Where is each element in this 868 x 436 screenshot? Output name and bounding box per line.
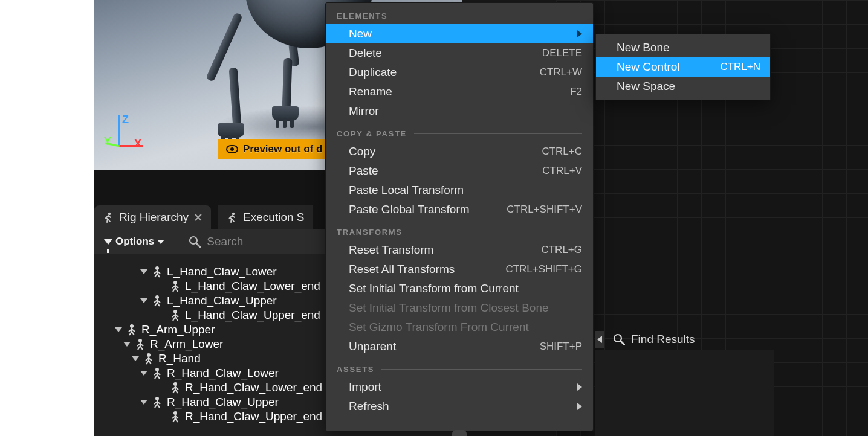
bone-icon xyxy=(126,324,138,336)
expand-toggle[interactable] xyxy=(123,342,131,347)
tree-item-label: R_Hand_Claw_Lower_end xyxy=(185,381,322,394)
search-input[interactable]: Search xyxy=(189,235,243,248)
tree-item-label: L_Hand_Claw_Upper_end xyxy=(185,309,320,322)
tree-item-label: L_Hand_Claw_Lower xyxy=(167,265,277,278)
expand-toggle[interactable] xyxy=(140,269,147,274)
close-icon[interactable] xyxy=(194,213,202,222)
bottom-panel xyxy=(595,350,774,436)
expand-toggle[interactable] xyxy=(140,371,147,376)
search-placeholder: Search xyxy=(207,235,243,248)
runner-icon xyxy=(227,212,238,223)
bone-icon xyxy=(169,411,181,423)
chevron-right-icon xyxy=(577,403,582,410)
svg-point-16 xyxy=(155,295,159,299)
menu-item-duplicate[interactable]: Duplicate CTRL+W xyxy=(326,63,593,82)
svg-line-63 xyxy=(157,404,160,408)
menu-item-new[interactable]: New xyxy=(326,24,593,43)
bone-icon xyxy=(151,367,163,379)
runner-icon xyxy=(103,212,114,223)
tree-item-label: R_Hand_Claw_Upper_end xyxy=(185,410,322,423)
svg-line-9 xyxy=(157,274,160,277)
menu-item-set-initial-from-bone: Set Initial Transform from Closest Bone xyxy=(326,298,593,318)
tree-item-label: L_Hand_Claw_Upper xyxy=(167,294,277,307)
options-button[interactable]: Options xyxy=(104,236,164,248)
menu-section-elements: ELEMENTS xyxy=(326,3,593,24)
svg-line-27 xyxy=(175,317,178,321)
menu-item-mirror[interactable]: Mirror xyxy=(326,101,593,121)
svg-point-10 xyxy=(173,281,177,284)
expand-toggle[interactable] xyxy=(140,298,147,303)
menu-item-paste-global[interactable]: Paste Global Transform CTRL+SHIFT+V xyxy=(326,200,593,219)
menu-item-reset-transform[interactable]: Reset Transform CTRL+G xyxy=(326,240,593,260)
svg-point-0 xyxy=(108,213,111,215)
submenu-item-new-control[interactable]: New Control CTRL+N xyxy=(596,57,770,77)
expand-toggle[interactable] xyxy=(115,327,122,332)
axis-gizmo[interactable]: Z X Y xyxy=(118,146,119,147)
bone-icon xyxy=(151,396,163,408)
filter-icon xyxy=(104,239,112,245)
menu-section-assets: ASSETS xyxy=(326,356,593,377)
menu-item-rename[interactable]: Rename F2 xyxy=(326,82,593,101)
menu-item-reset-all-transforms[interactable]: Reset All Transforms CTRL+SHIFT+G xyxy=(326,260,593,279)
search-icon xyxy=(613,333,625,345)
axis-x-label: X xyxy=(134,138,141,150)
bone-icon xyxy=(143,353,155,365)
tab-execution[interactable]: Execution S xyxy=(218,205,313,229)
tree-item-label: R_Hand_Claw_Upper xyxy=(167,396,279,409)
expand-toggle[interactable] xyxy=(132,356,139,361)
svg-point-34 xyxy=(138,339,142,342)
svg-point-46 xyxy=(155,368,159,371)
tree-item-label: R_Arm_Upper xyxy=(141,323,215,336)
tree-item-label: L_Hand_Claw_Lower_end xyxy=(185,280,320,293)
axis-y-label: Y xyxy=(104,135,111,148)
axis-z-label: Z xyxy=(122,114,129,126)
resize-handle[interactable] xyxy=(452,430,467,436)
collapse-button[interactable] xyxy=(595,331,604,348)
svg-line-3 xyxy=(196,243,200,247)
submenu-item-new-space[interactable]: New Space xyxy=(596,77,770,96)
svg-point-1 xyxy=(232,213,235,215)
tab-rig-hierarchy[interactable]: Rig Hierarchy xyxy=(94,205,211,229)
chevron-down-icon xyxy=(157,240,164,244)
menu-item-refresh[interactable]: Refresh xyxy=(326,397,593,416)
bone-icon xyxy=(169,309,181,321)
menu-item-set-initial-from-current[interactable]: Set Initial Transform from Current xyxy=(326,279,593,298)
svg-point-52 xyxy=(173,382,177,386)
menu-item-paste[interactable]: Paste CTRL+V xyxy=(326,161,593,181)
submenu-item-new-bone[interactable]: New Bone xyxy=(596,38,770,57)
svg-point-58 xyxy=(155,397,159,400)
menu-item-copy[interactable]: Copy CTRL+C xyxy=(326,142,593,161)
svg-line-45 xyxy=(149,361,151,364)
menu-section-copy-paste: COPY & PASTE xyxy=(326,121,593,142)
svg-point-40 xyxy=(147,353,151,357)
bone-icon xyxy=(151,295,163,307)
svg-point-22 xyxy=(173,310,177,313)
tab-label: Execution S xyxy=(243,211,304,224)
context-submenu-new: New Bone New Control CTRL+N New Space xyxy=(595,34,771,100)
chevron-right-icon xyxy=(577,383,582,391)
menu-item-set-gizmo-from-current: Set Gizmo Transform From Current xyxy=(326,318,593,337)
tree-item-label: R_Hand xyxy=(158,352,201,365)
expand-toggle[interactable] xyxy=(140,400,147,405)
bone-icon xyxy=(151,266,163,278)
search-icon xyxy=(189,236,201,248)
menu-item-unparent[interactable]: Unparent SHIFT+P xyxy=(326,337,593,356)
chevron-right-icon xyxy=(577,30,582,37)
menu-section-transforms: TRANSFORMS xyxy=(326,219,593,240)
svg-point-4 xyxy=(155,266,159,270)
svg-line-33 xyxy=(132,332,134,335)
robot-foot xyxy=(272,106,299,121)
tab-label: Rig Hierarchy xyxy=(119,211,189,224)
robot-foot xyxy=(218,123,244,138)
find-results-label: Find Results xyxy=(631,333,695,346)
preview-banner-label: Preview out of d xyxy=(243,143,322,155)
svg-line-71 xyxy=(621,341,624,345)
menu-item-delete[interactable]: Delete DELETE xyxy=(326,43,593,63)
bottom-controls: Find Results xyxy=(595,329,774,350)
bone-icon xyxy=(134,338,146,350)
menu-item-paste-local[interactable]: Paste Local Transform xyxy=(326,181,593,200)
preview-outdated-banner[interactable]: Preview out of d xyxy=(218,139,331,159)
find-results-button[interactable]: Find Results xyxy=(613,333,695,346)
svg-line-69 xyxy=(175,418,178,422)
menu-item-import[interactable]: Import xyxy=(326,377,593,397)
